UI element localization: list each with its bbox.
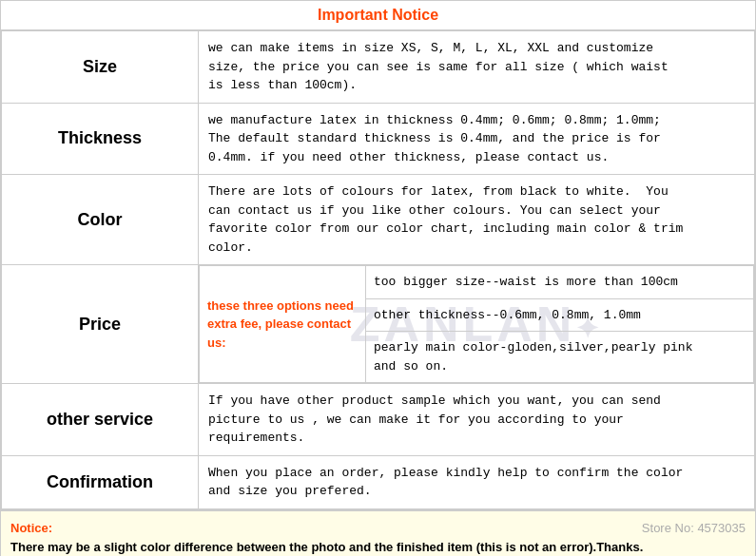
notice-footer-label: Notice: xyxy=(10,521,52,535)
price-inner-table: these three options need extra fee, plea… xyxy=(199,265,754,383)
page-wrapper: Important Notice Size we can make items … xyxy=(0,0,756,556)
size-label: Size xyxy=(2,31,199,104)
confirmation-label: Confirmation xyxy=(2,455,199,508)
price-note: these three options need extra fee, plea… xyxy=(200,266,366,383)
price-options: too bigger size--waist is more than 100c… xyxy=(366,266,754,383)
size-content: we can make items in size XS, S, M, L, X… xyxy=(199,31,755,104)
price-inner-row: these three options need extra fee, plea… xyxy=(200,266,754,383)
notice-footer: Notice: Store No: 4573035 There may be a… xyxy=(1,509,755,557)
info-table: Size we can make items in size XS, S, M,… xyxy=(1,30,755,509)
table-row: Thickness we manufacture latex in thickn… xyxy=(2,103,755,175)
price-option-1: too bigger size--waist is more than 100c… xyxy=(366,266,753,299)
color-content: There are lots of colours for latex, fro… xyxy=(199,175,755,265)
notice-title: Important Notice xyxy=(318,7,438,23)
price-label: Price xyxy=(2,265,199,384)
price-content-cell: ZANLAN✦ these three options need extra f… xyxy=(199,265,755,384)
other-service-content: If you have other product sample which y… xyxy=(199,384,755,456)
thickness-label: Thickness xyxy=(2,103,199,175)
table-row: other service If you have other product … xyxy=(2,384,755,456)
store-number: Store No: 4573035 xyxy=(642,519,746,539)
thickness-content: we manufacture latex in thickness 0.4mm;… xyxy=(199,103,755,175)
price-option-2: other thickness--0.6mm, 0.8mm, 1.0mm xyxy=(366,299,753,333)
notice-footer-text: There may be a slight color difference b… xyxy=(10,540,643,554)
table-row: Size we can make items in size XS, S, M,… xyxy=(2,31,755,104)
price-row: Price ZANLAN✦ these three options need e… xyxy=(2,265,755,384)
other-service-label: other service xyxy=(2,384,199,456)
color-label: Color xyxy=(2,175,199,265)
table-row: Confirmation When you place an order, pl… xyxy=(2,455,755,508)
table-row: Color There are lots of colours for late… xyxy=(2,175,755,265)
confirmation-content: When you place an order, please kindly h… xyxy=(199,455,755,508)
price-option-3: pearly main color-gloden,silver,pearly p… xyxy=(366,332,753,382)
notice-header: Important Notice xyxy=(1,1,755,30)
